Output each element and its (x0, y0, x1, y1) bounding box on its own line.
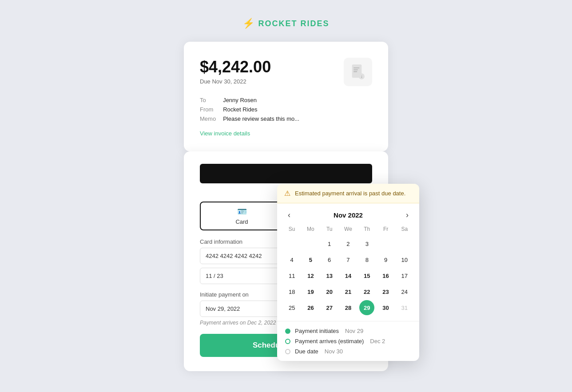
warning-icon: ⚠ (284, 189, 290, 198)
cal-dow-sa: Sa (395, 224, 414, 236)
memo-value: Please review seats this mo... (223, 115, 372, 122)
cal-dow-tu: Tu (320, 224, 339, 236)
cal-day-21[interactable]: 21 (341, 284, 356, 299)
cal-day-31[interactable]: 31 (397, 300, 412, 315)
legend-arrives-date: Dec 2 (370, 338, 385, 344)
warning-text: Estimated payment arrival is past due da… (295, 190, 405, 197)
cal-day-4[interactable]: 4 (284, 252, 299, 267)
to-label: To (200, 97, 216, 103)
logo-text: ROCKET RIDES (258, 19, 329, 28)
cal-day-2[interactable]: 2 (341, 236, 356, 251)
cal-day-28[interactable]: 28 (341, 300, 356, 315)
legend-dot-due (285, 349, 290, 354)
cal-day-29[interactable]: 29 (359, 300, 374, 315)
invoice-document-icon: ↓ (344, 58, 372, 86)
warning-banner: ⚠ Estimated payment arrival is past due … (277, 184, 419, 203)
invoice-due: Due Nov 30, 2022 (200, 78, 271, 85)
cal-day-5[interactable]: 5 (303, 252, 318, 267)
legend-due: Due date Nov 30 (285, 348, 411, 355)
cal-day-empty (303, 236, 318, 251)
calendar-prev-button[interactable]: ‹ (284, 210, 294, 221)
cal-day-18[interactable]: 18 (284, 284, 299, 299)
cal-dow-we: We (339, 224, 358, 236)
from-value: Rocket Rides (223, 106, 372, 113)
calendar-next-button[interactable]: › (402, 210, 412, 221)
cal-dow-th: Th (358, 224, 376, 236)
logo-icon: ⚡ (242, 18, 254, 29)
cal-day-26[interactable]: 26 (303, 300, 318, 315)
payment-logo-bar (200, 164, 372, 183)
legend-due-date: Nov 30 (325, 348, 343, 355)
calendar-month: Nov 2022 (334, 211, 363, 219)
cal-day-23[interactable]: 23 (378, 284, 393, 299)
legend-arrives: Payment arrives (estimate) Dec 2 (285, 338, 411, 344)
legend-dot-initiates (285, 329, 290, 334)
cal-day-empty (378, 236, 393, 251)
cal-dow-su: Su (282, 224, 301, 236)
cal-day-15[interactable]: 15 (359, 268, 374, 283)
legend-initiates: Payment initiates Nov 29 (285, 328, 411, 334)
cal-day-30[interactable]: 30 (378, 300, 393, 315)
cal-day-16[interactable]: 16 (378, 268, 393, 283)
cal-day-13[interactable]: 13 (322, 268, 337, 283)
calendar-popup: ⚠ Estimated payment arrival is past due … (277, 184, 419, 361)
card-exp-input[interactable] (200, 268, 284, 284)
invoice-amount: $4,242.00 (200, 58, 271, 76)
cal-day-1[interactable]: 1 (322, 236, 337, 251)
cal-day-19[interactable]: 19 (303, 284, 318, 299)
cal-day-25[interactable]: 25 (284, 300, 299, 315)
cal-day-10[interactable]: 10 (397, 252, 412, 267)
cal-day-14[interactable]: 14 (341, 268, 356, 283)
calendar-legend: Payment initiates Nov 29 Payment arrives… (277, 321, 419, 361)
svg-rect-2 (354, 69, 358, 70)
cal-day-empty (284, 236, 299, 251)
legend-arrives-label: Payment arrives (estimate) (295, 338, 364, 344)
cal-day-22[interactable]: 22 (359, 284, 374, 299)
cal-day-27[interactable]: 27 (322, 300, 337, 315)
cal-day-7[interactable]: 7 (341, 252, 356, 267)
cal-dow-mo: Mo (301, 224, 320, 236)
cal-day-12[interactable]: 12 (303, 268, 318, 283)
view-invoice-link[interactable]: View invoice details (200, 130, 250, 137)
tab-card-label: Card (235, 218, 248, 225)
cal-dow-fr: Fr (376, 224, 395, 236)
calendar-grid: Su Mo Tu We Th Fr Sa 1 2 3 4 5 6 7 8 9 1… (277, 224, 419, 321)
svg-text:↓: ↓ (361, 74, 363, 79)
cal-day-11[interactable]: 11 (284, 268, 299, 283)
cal-day-6[interactable]: 6 (322, 252, 337, 267)
card-tab-icon: 🪪 (237, 207, 247, 217)
memo-label: Memo (200, 115, 216, 122)
cal-day-8[interactable]: 8 (359, 252, 374, 267)
cal-day-17[interactable]: 17 (397, 268, 412, 283)
cal-day-24[interactable]: 24 (397, 284, 412, 299)
legend-initiates-label: Payment initiates (295, 328, 339, 334)
cal-day-20[interactable]: 20 (322, 284, 337, 299)
selected-date: Nov 29, 2022 (206, 305, 240, 312)
tab-card[interactable]: 🪪 Card (200, 202, 284, 230)
cal-day-empty (397, 236, 412, 251)
legend-initiates-date: Nov 29 (345, 328, 363, 334)
legend-dot-arrives (285, 339, 290, 344)
svg-rect-3 (354, 71, 357, 72)
to-value: Jenny Rosen (223, 97, 372, 103)
cal-day-9[interactable]: 9 (378, 252, 393, 267)
from-label: From (200, 106, 216, 113)
invoice-card: $4,242.00 Due Nov 30, 2022 ↓ To Jenny Ro… (184, 42, 388, 151)
svg-rect-1 (354, 67, 359, 68)
cal-day-3[interactable]: 3 (359, 236, 374, 251)
legend-due-label: Due date (295, 348, 318, 355)
